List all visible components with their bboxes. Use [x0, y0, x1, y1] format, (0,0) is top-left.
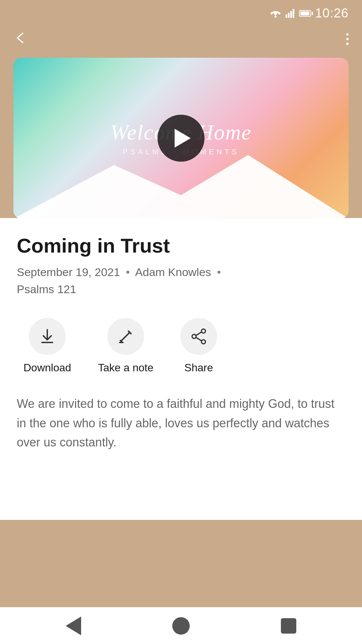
wifi-icon	[269, 9, 282, 18]
svg-point-0	[275, 16, 277, 18]
download-action[interactable]: Download	[23, 318, 71, 374]
svg-rect-4	[293, 9, 294, 18]
top-navigation	[0, 24, 362, 58]
note-label: Take a note	[98, 362, 153, 374]
svg-line-10	[120, 340, 122, 342]
svg-point-14	[192, 334, 196, 338]
svg-point-13	[201, 340, 205, 344]
more-dot-2	[346, 38, 349, 40]
more-dot-3	[346, 43, 349, 45]
svg-line-16	[196, 337, 201, 341]
mountain-shape	[13, 152, 349, 219]
content-area: Coming in Trust September 19, 2021 • Ada…	[0, 218, 362, 520]
share-icon	[190, 328, 207, 345]
play-button[interactable]	[158, 115, 204, 162]
sermon-date: September 19, 2021	[17, 266, 120, 278]
sermon-speaker: Adam Knowles	[135, 266, 211, 278]
back-button[interactable]	[13, 31, 28, 48]
nav-back-button[interactable]	[66, 616, 81, 635]
svg-rect-1	[286, 14, 287, 18]
play-triangle	[175, 129, 191, 148]
nav-home-button[interactable]	[172, 617, 190, 635]
svg-line-15	[196, 332, 201, 335]
battery-icon	[299, 10, 311, 17]
note-circle	[107, 318, 144, 355]
video-gradient: Welcome Home PSALMS · MOMENTS	[13, 58, 349, 219]
sermon-title: Coming in Trust	[17, 235, 345, 257]
video-thumbnail: Welcome Home PSALMS · MOMENTS	[13, 58, 349, 219]
signal-icon	[286, 9, 295, 18]
svg-marker-5	[13, 155, 349, 219]
svg-rect-2	[288, 13, 290, 18]
share-label: Share	[184, 362, 213, 374]
nav-stop-button[interactable]	[281, 618, 296, 634]
action-buttons: Download Take a note	[17, 318, 345, 374]
share-circle	[180, 318, 217, 355]
share-action[interactable]: Share	[180, 318, 217, 374]
status-bar: 10:26	[0, 0, 362, 24]
sermon-meta: September 19, 2021 • Adam Knowles • Psal…	[17, 264, 345, 298]
svg-point-12	[201, 329, 205, 333]
sermon-description: We are invited to come to a faithful and…	[17, 394, 345, 452]
note-action[interactable]: Take a note	[98, 318, 153, 374]
stop-square-icon	[281, 618, 296, 634]
note-icon	[117, 328, 134, 345]
svg-line-8	[122, 332, 130, 340]
meta-separator-2: •	[217, 266, 221, 278]
more-options-button[interactable]	[346, 33, 349, 45]
status-time: 10:26	[315, 6, 349, 20]
sermon-scripture: Psalms 121	[17, 283, 76, 296]
bottom-navigation	[0, 607, 362, 644]
meta-separator-1: •	[126, 266, 130, 278]
download-circle	[29, 318, 66, 355]
more-dot-1	[346, 33, 349, 36]
back-triangle-icon	[66, 616, 81, 635]
download-icon	[39, 328, 56, 345]
svg-rect-3	[290, 11, 292, 18]
download-label: Download	[23, 362, 71, 374]
status-icons: 10:26	[269, 6, 349, 20]
home-circle-icon	[172, 617, 190, 635]
